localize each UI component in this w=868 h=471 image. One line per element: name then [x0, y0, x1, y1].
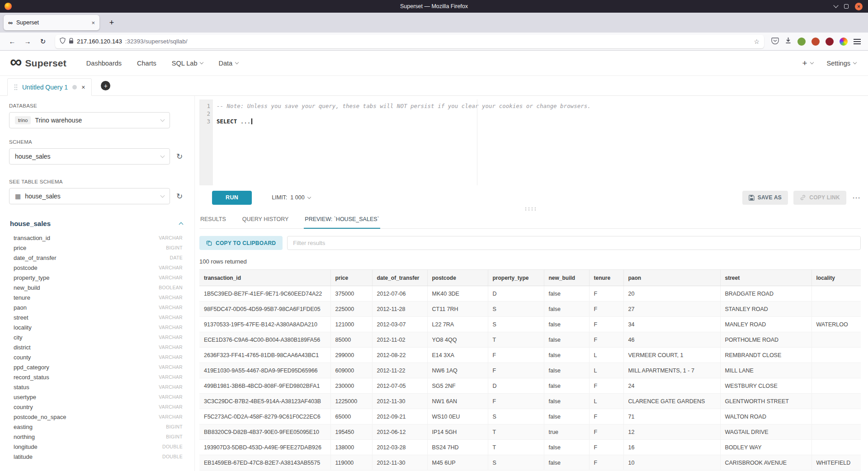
save-to-pocket-icon[interactable] — [771, 37, 779, 46]
drag-handle-icon[interactable] — [14, 84, 18, 90]
extension-icon-3[interactable] — [826, 38, 834, 46]
extension-icon-2[interactable] — [811, 38, 820, 46]
query-tab-active[interactable]: Untitled Query 1 × — [7, 78, 92, 96]
schema-column-row[interactable]: property_type VARCHAR — [9, 273, 185, 283]
filter-results-input[interactable] — [287, 236, 861, 250]
results-column-header[interactable]: date_of_transfer — [372, 270, 427, 286]
results-column-header[interactable]: locality — [811, 270, 861, 286]
results-table-cell: MK40 3DE — [427, 286, 488, 301]
tab-results[interactable]: RESULTS — [199, 212, 227, 228]
lock-icon[interactable] — [69, 38, 74, 45]
new-tab-button[interactable]: + — [105, 16, 118, 29]
browser-tab[interactable]: ∞ Superset × — [4, 15, 99, 30]
results-column-header[interactable]: postcode — [427, 270, 488, 286]
results-table-cell: BB8320C9-D82B-4B37-90E0-9FEE05095E10 — [199, 424, 330, 440]
settings-label: Settings — [827, 60, 850, 67]
schema-select[interactable]: house_sales — [9, 148, 170, 165]
window-maximize-icon[interactable] — [844, 4, 849, 9]
schema-column-row[interactable]: status VARCHAR — [9, 382, 185, 392]
run-button[interactable]: RUN — [212, 191, 252, 205]
refresh-table-icon[interactable]: ↻ — [176, 192, 183, 201]
nav-item-data[interactable]: Data — [218, 60, 238, 67]
results-table-cell: F — [589, 332, 623, 348]
save-as-button[interactable]: SAVE AS — [742, 191, 788, 205]
results-table-cell: 299000 — [330, 348, 372, 363]
schema-column-row[interactable]: locality VARCHAR — [9, 322, 185, 332]
results-column-header[interactable]: property_type — [488, 270, 544, 286]
schema-column-row[interactable]: record_status VARCHAR — [9, 372, 185, 382]
settings-dropdown[interactable]: Settings — [827, 60, 856, 67]
results-column-header[interactable]: new_build — [544, 270, 589, 286]
superset-brand[interactable]: ∞ Superset — [10, 57, 66, 69]
bookmark-star-icon[interactable]: ☆ — [754, 38, 760, 45]
results-column-header[interactable]: price — [330, 270, 372, 286]
results-column-header[interactable]: transaction_id — [199, 270, 330, 286]
results-table-cell: D — [488, 378, 544, 394]
schema-column-row[interactable]: usertype VARCHAR — [9, 392, 185, 402]
schema-column-row[interactable]: northing BIGINT — [9, 432, 185, 442]
add-query-tab-button[interactable]: + — [101, 81, 110, 90]
menu-icon[interactable] — [854, 39, 861, 44]
table-select[interactable]: ▦ house_sales — [9, 188, 170, 204]
downloads-icon[interactable] — [785, 37, 792, 46]
pane-drag-handle-icon[interactable] — [524, 207, 536, 211]
chevron-up-icon[interactable] — [179, 222, 184, 227]
schema-column-row[interactable]: date_of_transfer DATE — [9, 253, 185, 263]
results-table-cell: 46 — [623, 332, 720, 348]
schema-column-row[interactable]: latitude DOUBLE — [9, 452, 185, 462]
window-close-icon[interactable]: × — [855, 3, 863, 10]
query-tab-close-icon[interactable]: × — [81, 84, 85, 91]
add-new-dropdown[interactable]: + — [802, 58, 813, 68]
schema-column-row[interactable]: easting BIGINT — [9, 422, 185, 432]
results-table-cell: 2012-08-22 — [372, 348, 427, 363]
results-table-cell: GLENTWORTH STREET — [720, 394, 811, 409]
table-schema-panel-header[interactable]: house_sales — [9, 220, 185, 227]
results-table-cell: false — [544, 363, 589, 378]
database-select[interactable]: trino Trino warehouse — [9, 112, 170, 128]
tab-query-history[interactable]: QUERY HISTORY — [241, 212, 290, 228]
copy-to-clipboard-button[interactable]: COPY TO CLIPBOARD — [199, 236, 283, 250]
schema-column-row[interactable]: paon VARCHAR — [9, 302, 185, 312]
copy-link-button[interactable]: COPY LINK — [793, 191, 846, 205]
limit-dropdown[interactable]: LIMIT: 1 000 — [272, 194, 310, 201]
schema-column-row[interactable]: tenure VARCHAR — [9, 292, 185, 302]
schema-column-row[interactable]: county VARCHAR — [9, 352, 185, 362]
tracking-protection-shield-icon[interactable] — [60, 38, 66, 45]
schema-column-row[interactable]: ppd_category VARCHAR — [9, 362, 185, 372]
more-options-button[interactable]: ··· — [853, 194, 861, 202]
nav-item-charts[interactable]: Charts — [137, 60, 156, 67]
column-name: district — [14, 344, 31, 351]
schema-column-row[interactable]: postcode_no_space VARCHAR — [9, 412, 185, 422]
schema-column-row[interactable]: street VARCHAR — [9, 312, 185, 322]
url-bar[interactable]: 217.160.120.143 :32393/superset/sqllab/ … — [55, 35, 764, 48]
schema-column-row[interactable]: new_build BOOLEAN — [9, 283, 185, 292]
window-controls: × — [834, 0, 863, 13]
nav-item-sql-lab[interactable]: SQL Lab — [172, 60, 203, 67]
back-button[interactable]: ← — [5, 35, 19, 48]
extension-icon-4[interactable] — [840, 38, 848, 46]
refresh-schema-icon[interactable]: ↻ — [176, 152, 183, 161]
results-table-cell: 375000 — [330, 286, 372, 301]
reload-button[interactable]: ↻ — [36, 35, 50, 48]
tab-preview-house-sales[interactable]: PREVIEW: `HOUSE_SALES` — [304, 212, 380, 229]
results-column-header[interactable]: paon — [623, 270, 720, 286]
schema-column-row[interactable]: district VARCHAR — [9, 342, 185, 352]
editor-code-area[interactable]: -- Note: Unless you save your query, the… — [213, 99, 861, 185]
schema-column-row[interactable]: city VARCHAR — [9, 332, 185, 342]
window-chevron-icon[interactable] — [833, 3, 838, 8]
forward-button[interactable]: → — [21, 35, 34, 48]
schema-column-row[interactable]: transaction_id VARCHAR — [9, 233, 185, 243]
sql-editor[interactable]: 1 2 3 -- Note: Unless you save your quer… — [199, 99, 861, 185]
schema-column-row[interactable]: country VARCHAR — [9, 402, 185, 412]
schema-column-row[interactable]: postcode VARCHAR — [9, 263, 185, 273]
results-table-cell — [811, 363, 861, 378]
schema-column-row[interactable]: price BIGINT — [9, 243, 185, 253]
tab-close-icon[interactable]: × — [91, 19, 95, 26]
extension-icon-1[interactable] — [797, 38, 806, 46]
nav-item-dashboards[interactable]: Dashboards — [86, 60, 122, 67]
results-column-header[interactable]: tenure — [589, 270, 623, 286]
results-column-header[interactable]: street — [720, 270, 811, 286]
schema-column-row[interactable]: longitude DOUBLE — [9, 442, 185, 452]
results-table-header-row: transaction_idpricedate_of_transferpostc… — [199, 270, 861, 286]
results-table-container: transaction_idpricedate_of_transferpostc… — [199, 269, 861, 471]
